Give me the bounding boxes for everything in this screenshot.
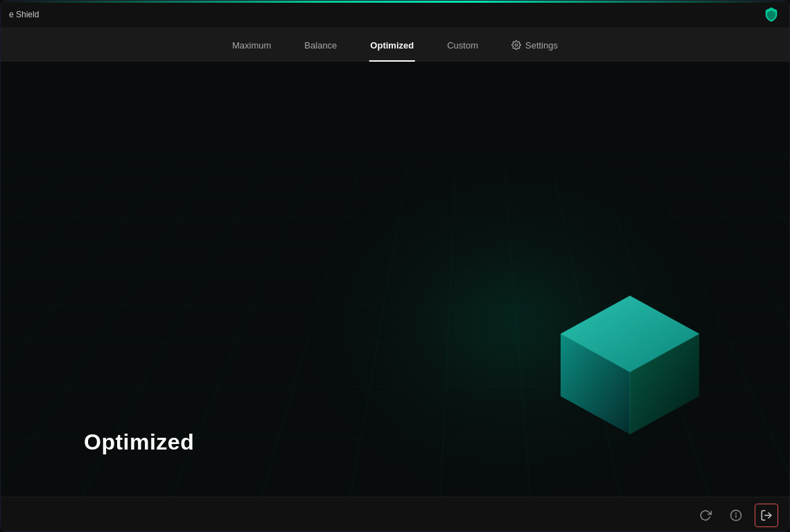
exit-button[interactable] [755, 504, 778, 527]
info-button[interactable] [724, 504, 748, 527]
nav-bar: Maximum Balance Optimized Custom Setting… [1, 28, 789, 62]
tab-optimized[interactable]: Optimized [353, 28, 430, 62]
app-title: e Shield [9, 10, 39, 19]
refresh-button[interactable] [694, 504, 717, 527]
svg-point-0 [515, 44, 518, 46]
cube-visual [540, 275, 720, 455]
tab-settings[interactable]: Settings [495, 28, 574, 62]
main-content: Optimized [1, 62, 789, 497]
settings-gear-icon [511, 40, 521, 50]
bottom-bar [1, 497, 789, 532]
tab-balance[interactable]: Balance [288, 28, 353, 62]
shield-icon [763, 6, 780, 23]
tab-custom[interactable]: Custom [430, 28, 495, 62]
page-title: Optimized [84, 429, 194, 455]
tab-maximum[interactable]: Maximum [216, 28, 288, 62]
title-bar: e Shield [1, 1, 789, 28]
accent-line [1, 1, 789, 3]
